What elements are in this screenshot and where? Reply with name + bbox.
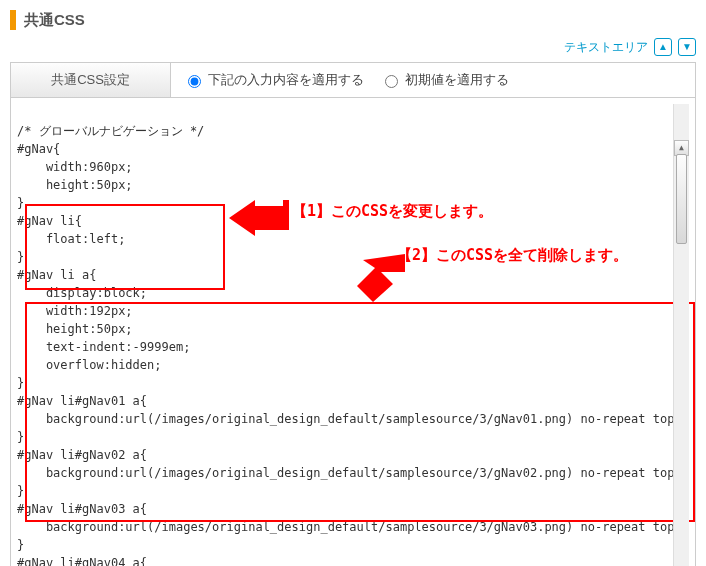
annotation-arrow-1-icon [229, 200, 289, 236]
code-line: /* グローバルナビゲーション */ [17, 124, 204, 138]
code-block-gnav: #gNav{ width:960px; height:50px; } [17, 142, 133, 210]
radio-apply-default-label: 初期値を適用する [405, 71, 509, 89]
arrow-down-icon: ▼ [682, 42, 692, 52]
tab-options: 下記の入力内容を適用する 初期値を適用する [171, 65, 695, 95]
expand-down-button[interactable]: ▼ [678, 38, 696, 56]
top-toolbar: テキストエリア ▲ ▼ [10, 38, 696, 56]
code-block-li: #gNav li{ float:left; } [17, 214, 125, 264]
annotation-callout-1: 【1】このCSSを変更します。 [292, 200, 493, 223]
arrow-up-icon: ▲ [658, 42, 668, 52]
vertical-scrollbar[interactable]: ▲ ▼ [673, 104, 689, 566]
title-accent-bar [10, 10, 16, 30]
tab-common-css[interactable]: 共通CSS設定 [11, 63, 171, 97]
code-block-a: #gNav li a{ display:block; width:192px; … [17, 268, 190, 390]
annotation-callout-2: 【2】このCSSを全て削除します。 [397, 244, 628, 267]
page-title-text: 共通CSS [24, 11, 85, 30]
code-editor-frame: /* グローバルナビゲーション */ #gNav{ width:960px; h… [10, 98, 696, 566]
tab-row: 共通CSS設定 下記の入力内容を適用する 初期値を適用する [10, 62, 696, 98]
page-title: 共通CSS [10, 10, 696, 30]
scroll-thumb[interactable] [676, 154, 687, 244]
text-area-link[interactable]: テキストエリア [564, 39, 648, 56]
radio-apply-default[interactable]: 初期値を適用する [380, 71, 509, 89]
radio-apply-input-control[interactable] [188, 75, 201, 88]
code-block-navrules: #gNav li#gNav01 a{ background:url(/image… [17, 394, 706, 566]
code-editor[interactable]: /* グローバルナビゲーション */ #gNav{ width:960px; h… [17, 104, 689, 566]
radio-apply-input-label: 下記の入力内容を適用する [208, 71, 364, 89]
expand-up-button[interactable]: ▲ [654, 38, 672, 56]
radio-apply-default-control[interactable] [385, 75, 398, 88]
radio-apply-input[interactable]: 下記の入力内容を適用する [183, 71, 364, 89]
svg-marker-0 [229, 200, 289, 236]
